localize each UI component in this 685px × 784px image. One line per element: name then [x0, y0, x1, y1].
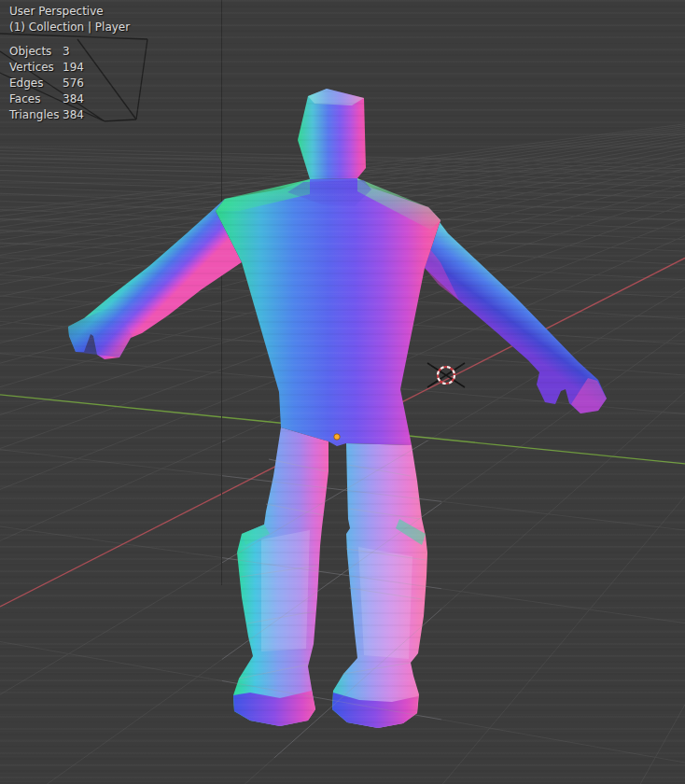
blender-3d-viewport[interactable]: User Perspective (1) Collection | Player… [0, 0, 685, 784]
stat-row: Vertices 194 [9, 60, 130, 76]
stat-label: Vertices [9, 60, 63, 76]
stat-label: Objects [9, 44, 63, 60]
left-boot-sheen [261, 530, 310, 651]
viewport-overlay-text: User Perspective (1) Collection | Player… [9, 4, 130, 123]
stat-row: Triangles 384 [9, 107, 130, 123]
stat-value: 194 [63, 60, 84, 76]
stat-value: 576 [63, 76, 84, 91]
collection-breadcrumb: (1) Collection | Player [9, 20, 130, 35]
view-perspective-label: User Perspective [9, 4, 130, 20]
stat-row: Edges 576 [9, 76, 130, 91]
stat-value: 384 [63, 107, 84, 123]
object-origin-dot [334, 434, 340, 440]
stat-value: 384 [63, 91, 84, 107]
stat-label: Faces [9, 91, 63, 107]
stat-row: Faces 384 [9, 91, 130, 107]
scene-statistics: Objects 3 Vertices 194 Edges 576 Faces 3… [9, 44, 130, 123]
stat-label: Edges [9, 76, 63, 91]
stat-label: Triangles [9, 107, 63, 123]
stat-value: 3 [63, 44, 70, 60]
stat-row: Objects 3 [9, 44, 130, 60]
